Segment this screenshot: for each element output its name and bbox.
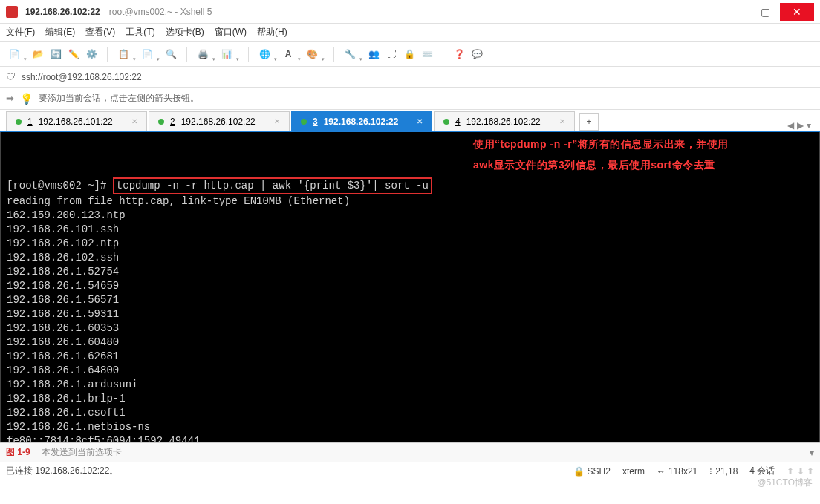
lock-icon[interactable]: 🔒 bbox=[401, 46, 417, 62]
color-icon[interactable]: 🎨 bbox=[304, 46, 320, 62]
prompt: [root@vms002 ~]# bbox=[7, 180, 113, 192]
separator bbox=[186, 47, 187, 62]
tab-nav: ◀ ▶ ▾ bbox=[787, 120, 814, 131]
fullscreen-icon[interactable]: ⛶ bbox=[383, 46, 400, 62]
users-icon[interactable]: 👥 bbox=[365, 46, 382, 62]
open-icon[interactable]: 📂 bbox=[30, 46, 46, 62]
terminal-output: 162.159.200.123.ntp 192.168.26.101.ssh 1… bbox=[7, 209, 813, 442]
status-dot-icon bbox=[16, 119, 22, 125]
menu-tools[interactable]: 工具(T) bbox=[126, 26, 154, 39]
tab-label: 192.168.26.101:22 bbox=[39, 117, 113, 127]
bulb-icon: 💡 bbox=[20, 93, 33, 105]
properties-icon[interactable]: ⚙️ bbox=[83, 46, 100, 62]
tab-3[interactable]: 3 192.168.26.102:22 ✕ bbox=[291, 111, 432, 131]
status-cursor: ⁝ 21,18 bbox=[709, 466, 738, 477]
chat-icon[interactable]: 💬 bbox=[469, 46, 485, 62]
transfer-icon[interactable]: 📊 bbox=[218, 46, 235, 62]
status-dot-icon bbox=[443, 119, 449, 125]
figure-label: 图 1-9 bbox=[6, 446, 30, 459]
tab-number: 3 bbox=[313, 117, 318, 127]
help-icon[interactable]: ❓ bbox=[451, 46, 467, 62]
compose-bar[interactable]: 图 1-9 本发送到当前选项卡 ▾ bbox=[0, 442, 820, 462]
status-dot-icon bbox=[301, 119, 307, 125]
separator bbox=[107, 47, 108, 62]
copy-icon[interactable]: 📋 bbox=[115, 46, 131, 62]
print-icon[interactable]: 🖨️ bbox=[195, 46, 211, 62]
address-url[interactable]: ssh://root@192.168.26.102:22 bbox=[22, 72, 142, 82]
tab-list-icon[interactable]: ▾ bbox=[807, 120, 811, 131]
tab-number: 1 bbox=[27, 117, 33, 127]
status-term: xterm bbox=[622, 466, 645, 477]
compose-placeholder: 本发送到当前选项卡 bbox=[42, 446, 122, 459]
shield-icon: 🛡 bbox=[6, 71, 16, 82]
info-tip: 要添加当前会话，点击左侧的箭头按钮。 bbox=[39, 92, 199, 105]
tab-close-icon[interactable]: ✕ bbox=[274, 117, 280, 125]
tab-close-icon[interactable]: ✕ bbox=[559, 117, 565, 125]
disconnect-icon[interactable]: ✏️ bbox=[65, 46, 82, 62]
window-title-main: 192.168.26.102:22 bbox=[25, 7, 100, 17]
separator bbox=[333, 47, 334, 62]
reconnect-icon[interactable]: 🔄 bbox=[48, 46, 64, 62]
settings-icon[interactable]: 🔧 bbox=[342, 46, 358, 62]
tab-label: 192.168.26.102:22 bbox=[181, 117, 256, 127]
tab-close-icon[interactable]: ✕ bbox=[131, 117, 137, 125]
tab-label: 192.168.26.102:22 bbox=[324, 117, 399, 127]
address-bar: 🛡 ssh://root@192.168.26.102:22 bbox=[0, 67, 820, 88]
search-icon[interactable]: 🔍 bbox=[163, 46, 179, 62]
tab-number: 4 bbox=[455, 117, 461, 127]
compose-dropdown-icon[interactable]: ▾ bbox=[810, 448, 814, 458]
font-icon[interactable]: A bbox=[280, 46, 296, 62]
status-connected: 已连接 192.168.26.102:22。 bbox=[6, 465, 118, 477]
arrow-icon[interactable]: ➡ bbox=[6, 93, 14, 104]
menu-edit[interactable]: 编辑(E) bbox=[45, 26, 75, 39]
command-highlight: tcpdump -n -r http.cap | awk '{print $3}… bbox=[113, 177, 432, 194]
menu-view[interactable]: 查看(V) bbox=[85, 26, 115, 39]
menu-help[interactable]: 帮助(H) bbox=[257, 26, 287, 39]
terminal[interactable]: 使用“tcpdump -n -r”将所有的信息显示出来，并使用 awk显示文件的… bbox=[0, 132, 820, 442]
tab-label: 192.168.26.102:22 bbox=[466, 117, 541, 127]
info-bar: ➡ 💡 要添加当前会话，点击左侧的箭头按钮。 bbox=[0, 88, 820, 110]
globe-icon[interactable]: 🌐 bbox=[256, 46, 273, 62]
separator bbox=[248, 47, 249, 62]
watermark: @51CTO博客 bbox=[757, 477, 813, 489]
minimize-button[interactable]: — bbox=[720, 3, 750, 21]
new-session-icon[interactable]: 📄 bbox=[6, 46, 22, 62]
tab-4[interactable]: 4 192.168.26.102:22 ✕ bbox=[434, 111, 575, 131]
toolbar: 📄 📂 🔄 ✏️ ⚙️ 📋 📄 🔍 🖨️ 📊 🌐 A 🎨 🔧 👥 ⛶ 🔒 ⌨️ … bbox=[0, 42, 820, 67]
tab-1[interactable]: 1 192.168.26.101:22 ✕ bbox=[6, 111, 147, 131]
separator bbox=[443, 47, 443, 62]
status-protocol: 🔒 SSH2 bbox=[573, 466, 611, 477]
window-controls: — ▢ ✕ bbox=[720, 3, 814, 21]
window-title-sub: root@vms002:~ - Xshell 5 bbox=[109, 7, 212, 17]
terminal-line: reading from file http.cap, link-type EN… bbox=[7, 195, 350, 207]
menu-window[interactable]: 窗口(W) bbox=[215, 26, 247, 39]
add-tab-button[interactable]: + bbox=[579, 113, 599, 131]
annotation-2: awk显示文件的第3列信息，最后使用sort命令去重 bbox=[473, 156, 812, 174]
tab-next-icon[interactable]: ▶ bbox=[797, 120, 804, 131]
paste-icon[interactable]: 📄 bbox=[139, 46, 155, 62]
status-dot-icon bbox=[158, 119, 164, 125]
status-sessions: 4 会话 bbox=[749, 465, 775, 477]
tab-number: 2 bbox=[170, 117, 175, 127]
menu-file[interactable]: 文件(F) bbox=[6, 26, 35, 39]
status-size: ↔ 118x21 bbox=[657, 466, 697, 477]
tab-close-icon[interactable]: ✕ bbox=[417, 117, 423, 125]
annotation-1: 使用“tcpdump -n -r”将所有的信息显示出来，并使用 bbox=[473, 135, 812, 153]
app-icon bbox=[6, 6, 18, 18]
close-button[interactable]: ✕ bbox=[780, 3, 814, 21]
tab-bar: 1 192.168.26.101:22 ✕ 2 192.168.26.102:2… bbox=[0, 110, 820, 132]
maximize-button[interactable]: ▢ bbox=[750, 3, 780, 21]
tab-2[interactable]: 2 192.168.26.102:22 ✕ bbox=[149, 111, 290, 131]
keyboard-icon[interactable]: ⌨️ bbox=[419, 46, 435, 62]
menu-bar: 文件(F) 编辑(E) 查看(V) 工具(T) 选项卡(B) 窗口(W) 帮助(… bbox=[0, 24, 820, 42]
tab-prev-icon[interactable]: ◀ bbox=[787, 120, 794, 131]
status-bar: 已连接 192.168.26.102:22。 🔒 SSH2 xterm ↔ 11… bbox=[0, 462, 820, 480]
title-bar: 192.168.26.102:22 root@vms002:~ - Xshell… bbox=[0, 0, 820, 24]
menu-tabs[interactable]: 选项卡(B) bbox=[166, 26, 204, 39]
status-caps: ⬆ ⬇ ⬆ bbox=[787, 466, 814, 477]
